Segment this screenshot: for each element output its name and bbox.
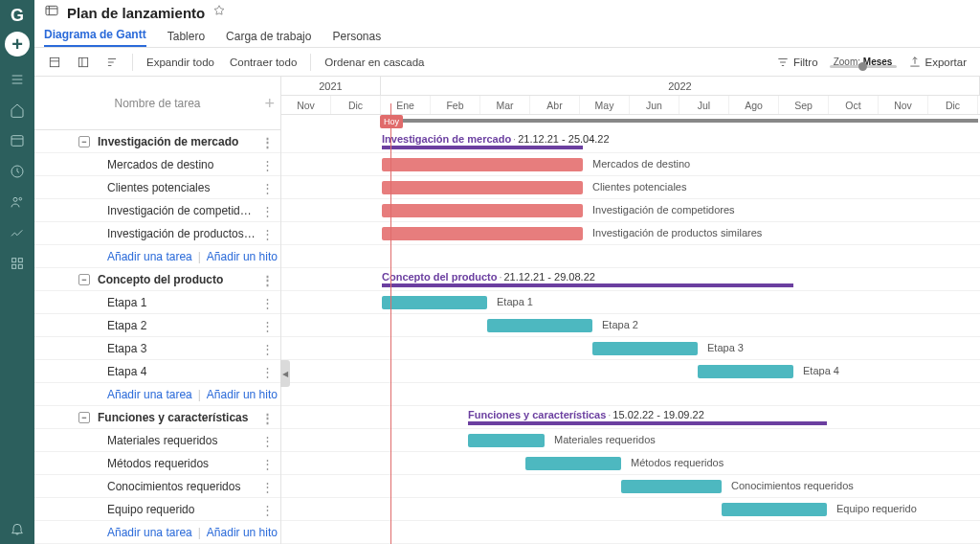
row-menu-icon[interactable]: ⋮ <box>261 410 273 424</box>
task-bar[interactable] <box>487 319 592 332</box>
row-menu-icon[interactable]: ⋮ <box>261 157 273 171</box>
add-milestone-link[interactable]: Añadir un hito <box>207 388 278 401</box>
month-header: Oct <box>829 96 879 114</box>
page-title: Plan de lanzamiento <box>67 5 205 21</box>
svg-rect-10 <box>78 57 87 66</box>
task-row[interactable]: Etapa 3⋮ <box>34 337 280 360</box>
task-row[interactable]: Etapa 2⋮ <box>34 314 280 337</box>
svg-rect-0 <box>11 136 23 147</box>
add-milestone-link[interactable]: Añadir un hito <box>207 526 278 539</box>
add-task-link[interactable]: Añadir una tarea <box>107 250 192 263</box>
rail-item-list-icon[interactable] <box>0 64 34 95</box>
toolbar-view2-icon[interactable] <box>73 53 94 72</box>
task-row[interactable]: Materiales requeridos⋮ <box>34 429 280 452</box>
svg-rect-5 <box>18 259 22 262</box>
filter-button[interactable]: Filtro <box>772 53 822 72</box>
task-bar[interactable] <box>382 227 583 240</box>
rail-item-notifications-icon[interactable] <box>0 513 34 544</box>
task-row[interactable]: Equipo requerido⋮ <box>34 498 280 521</box>
tab-board[interactable]: Tablero <box>167 30 205 47</box>
task-group-row[interactable]: −Investigación de mercado⋮ <box>34 130 280 153</box>
add-row: Añadir una tarea|Añadir un hito <box>34 245 280 268</box>
rail-item-board-icon[interactable] <box>0 125 34 156</box>
task-group-row[interactable]: −Funciones y características⋮ <box>34 406 280 429</box>
filter-label: Filtro <box>793 57 818 68</box>
collapse-panel-handle[interactable]: ◀ <box>280 360 290 387</box>
add-task-link[interactable]: Añadir una tarea <box>107 526 192 539</box>
toolbar-view3-icon[interactable] <box>101 53 122 72</box>
export-button[interactable]: Exportar <box>904 53 970 72</box>
svg-rect-4 <box>12 259 16 262</box>
task-row[interactable]: Métodos requeridos⋮ <box>34 452 280 475</box>
svg-rect-8 <box>46 7 57 15</box>
task-bar[interactable] <box>382 204 583 217</box>
add-milestone-link[interactable]: Añadir un hito <box>207 250 278 263</box>
tab-people[interactable]: Personas <box>332 30 381 47</box>
add-task-link[interactable]: Añadir una tarea <box>107 388 192 401</box>
row-menu-icon[interactable]: ⋮ <box>261 318 273 332</box>
task-bar[interactable] <box>592 342 698 355</box>
toolbar-view1-icon[interactable] <box>44 53 65 72</box>
task-row[interactable]: Etapa 4⋮ <box>34 360 280 383</box>
tab-gantt[interactable]: Diagrama de Gantt <box>44 28 146 47</box>
row-menu-icon[interactable]: ⋮ <box>261 341 273 355</box>
zoom-slider[interactable] <box>830 65 897 68</box>
cascade-button[interactable]: Ordenar en cascada <box>321 54 428 71</box>
task-bar[interactable] <box>382 181 583 194</box>
row-menu-icon[interactable]: ⋮ <box>261 272 273 286</box>
group-bar[interactable] <box>468 421 827 425</box>
row-menu-icon[interactable]: ⋮ <box>261 203 273 217</box>
group-bar[interactable] <box>382 146 583 149</box>
task-bar[interactable] <box>382 296 487 309</box>
row-menu-icon[interactable]: ⋮ <box>261 364 273 378</box>
month-header: Sep <box>779 96 829 114</box>
task-row[interactable]: Investigación de productos si...⋮ <box>34 222 280 245</box>
task-bar[interactable] <box>722 503 827 516</box>
row-menu-icon[interactable]: ⋮ <box>261 479 273 493</box>
gantt-timeline[interactable]: 2021 2022 Nov Dic Ene Feb Mar Abr May Ju… <box>281 77 980 544</box>
expand-all-button[interactable]: Expandir todo <box>143 54 218 71</box>
row-menu-icon[interactable]: ⋮ <box>261 433 273 447</box>
task-bar[interactable] <box>698 365 793 378</box>
month-header: Jun <box>630 96 679 114</box>
row-menu-icon[interactable]: ⋮ <box>261 295 273 309</box>
zoom-control[interactable]: Zoom: Meses <box>830 57 897 68</box>
task-bar[interactable] <box>621 480 722 493</box>
task-bar[interactable] <box>468 434 545 447</box>
task-row[interactable]: Etapa 1⋮ <box>34 291 280 314</box>
task-group-row[interactable]: −Concepto del producto⋮ <box>34 268 280 291</box>
row-menu-icon[interactable]: ⋮ <box>261 226 273 240</box>
collapse-icon[interactable]: − <box>78 136 90 147</box>
collapse-icon[interactable]: − <box>78 274 90 285</box>
create-button[interactable]: + <box>5 32 30 57</box>
task-row[interactable]: Mercados de destino⋮ <box>34 153 280 176</box>
svg-rect-6 <box>12 264 16 268</box>
row-menu-icon[interactable]: ⋮ <box>261 180 273 194</box>
svg-point-3 <box>19 197 22 200</box>
month-header: Nov <box>281 96 331 114</box>
collapse-icon[interactable]: − <box>78 412 90 423</box>
task-bar[interactable] <box>382 158 583 171</box>
favorite-star-icon[interactable] <box>212 4 226 21</box>
month-header: Ago <box>729 96 779 114</box>
add-column-button[interactable]: + <box>264 93 275 113</box>
row-menu-icon[interactable]: ⋮ <box>261 456 273 470</box>
task-bar[interactable] <box>525 457 621 470</box>
task-list-panel: Nombre de tarea + −Investigación de merc… <box>34 77 281 544</box>
rail-item-home-icon[interactable] <box>0 95 34 125</box>
task-row[interactable]: Conocimientos requeridos⋮ <box>34 475 280 498</box>
row-menu-icon[interactable]: ⋮ <box>261 502 273 516</box>
row-menu-icon[interactable]: ⋮ <box>261 134 273 148</box>
group-bar[interactable] <box>382 283 793 287</box>
rail-item-apps-icon[interactable] <box>0 248 34 279</box>
task-row[interactable]: Clientes potenciales⋮ <box>34 176 280 199</box>
month-header: May <box>580 96 630 114</box>
add-row: Añadir una tarea|Añadir un hito <box>34 521 280 544</box>
task-row[interactable]: Investigación de competidores⋮ <box>34 199 280 222</box>
rail-item-team-icon[interactable] <box>0 187 34 217</box>
rail-item-clock-icon[interactable] <box>0 156 34 187</box>
export-label: Exportar <box>925 57 967 68</box>
tab-workload[interactable]: Carga de trabajo <box>226 30 311 47</box>
collapse-all-button[interactable]: Contraer todo <box>226 54 301 71</box>
rail-item-analytics-icon[interactable] <box>0 217 34 248</box>
